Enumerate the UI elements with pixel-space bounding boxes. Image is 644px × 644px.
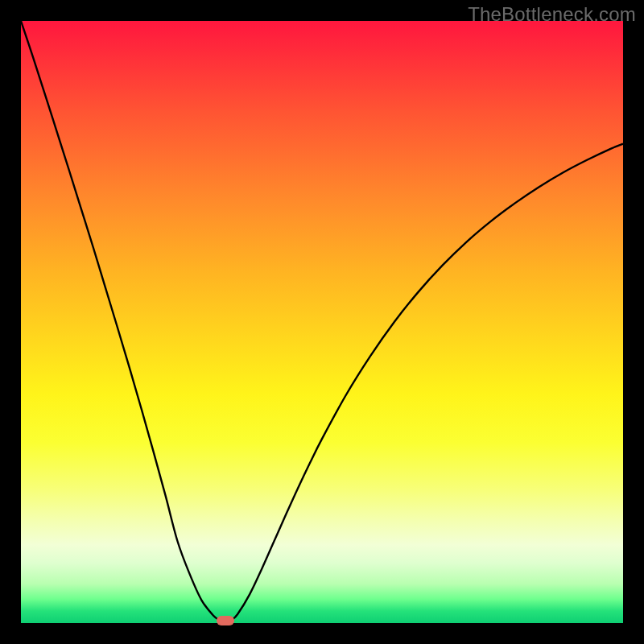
plot-area	[21, 21, 623, 623]
chart-container: TheBottleneck.com	[0, 0, 644, 644]
bottleneck-curve	[21, 21, 623, 623]
curve-path	[21, 21, 623, 623]
optimal-point-marker	[217, 616, 234, 625]
watermark-text: TheBottleneck.com	[468, 3, 636, 26]
